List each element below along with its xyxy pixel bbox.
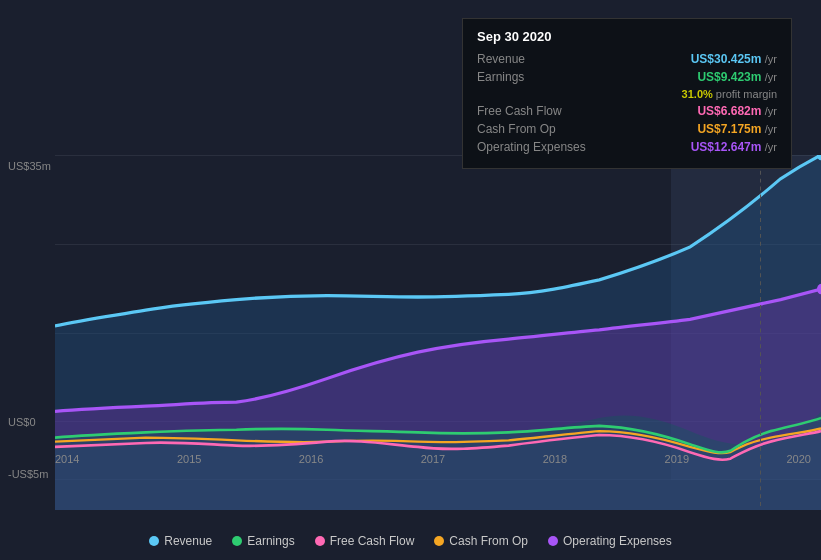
earnings-row: Earnings US$9.423m /yr bbox=[477, 70, 777, 84]
legend-item-revenue[interactable]: Revenue bbox=[149, 534, 212, 548]
y-label-neg: -US$5m bbox=[8, 468, 48, 480]
opex-legend-dot bbox=[548, 536, 558, 546]
revenue-legend-dot bbox=[149, 536, 159, 546]
opex-label: Operating Expenses bbox=[477, 140, 586, 154]
y-label-top: US$35m bbox=[8, 160, 51, 172]
cfo-value: US$7.175m /yr bbox=[697, 122, 777, 136]
opex-legend-label: Operating Expenses bbox=[563, 534, 672, 548]
fcf-legend-label: Free Cash Flow bbox=[330, 534, 415, 548]
legend-item-earnings[interactable]: Earnings bbox=[232, 534, 294, 548]
legend-item-fcf[interactable]: Free Cash Flow bbox=[315, 534, 415, 548]
legend-item-opex[interactable]: Operating Expenses bbox=[548, 534, 672, 548]
y-label-zero: US$0 bbox=[8, 416, 36, 428]
chart-legend: Revenue Earnings Free Cash Flow Cash Fro… bbox=[0, 534, 821, 548]
x-label-2020: 2020 bbox=[786, 453, 810, 465]
x-label-2019: 2019 bbox=[665, 453, 689, 465]
profit-margin-row: 31.0% profit margin bbox=[477, 88, 777, 100]
x-label-2014: 2014 bbox=[55, 453, 79, 465]
x-label-2018: 2018 bbox=[543, 453, 567, 465]
revenue-value: US$30.425m /yr bbox=[691, 52, 777, 66]
cfo-legend-label: Cash From Op bbox=[449, 534, 528, 548]
free-cash-flow-row: Free Cash Flow US$6.682m /yr bbox=[477, 104, 777, 118]
revenue-label: Revenue bbox=[477, 52, 525, 66]
info-tooltip: Sep 30 2020 Revenue US$30.425m /yr Earni… bbox=[462, 18, 792, 169]
revenue-row: Revenue US$30.425m /yr bbox=[477, 52, 777, 66]
x-axis-labels: 2014 2015 2016 2017 2018 2019 2020 bbox=[55, 453, 811, 465]
fcf-value: US$6.682m /yr bbox=[697, 104, 777, 118]
fcf-legend-dot bbox=[315, 536, 325, 546]
legend-item-cash-from-op[interactable]: Cash From Op bbox=[434, 534, 528, 548]
earnings-label: Earnings bbox=[477, 70, 524, 84]
x-label-2015: 2015 bbox=[177, 453, 201, 465]
chart-container: US$35m US$0 -US$5m 2014 bbox=[0, 155, 821, 510]
x-label-2016: 2016 bbox=[299, 453, 323, 465]
fcf-label: Free Cash Flow bbox=[477, 104, 562, 118]
revenue-legend-label: Revenue bbox=[164, 534, 212, 548]
x-label-2017: 2017 bbox=[421, 453, 445, 465]
earnings-value: US$9.423m /yr bbox=[697, 70, 777, 84]
cfo-label: Cash From Op bbox=[477, 122, 556, 136]
earnings-legend-dot bbox=[232, 536, 242, 546]
profit-margin-value: 31.0% profit margin bbox=[682, 88, 777, 100]
operating-expenses-row: Operating Expenses US$12.647m /yr bbox=[477, 140, 777, 154]
earnings-legend-label: Earnings bbox=[247, 534, 294, 548]
tooltip-date: Sep 30 2020 bbox=[477, 29, 777, 44]
opex-value: US$12.647m /yr bbox=[691, 140, 777, 154]
cash-from-op-row: Cash From Op US$7.175m /yr bbox=[477, 122, 777, 136]
cfo-legend-dot bbox=[434, 536, 444, 546]
